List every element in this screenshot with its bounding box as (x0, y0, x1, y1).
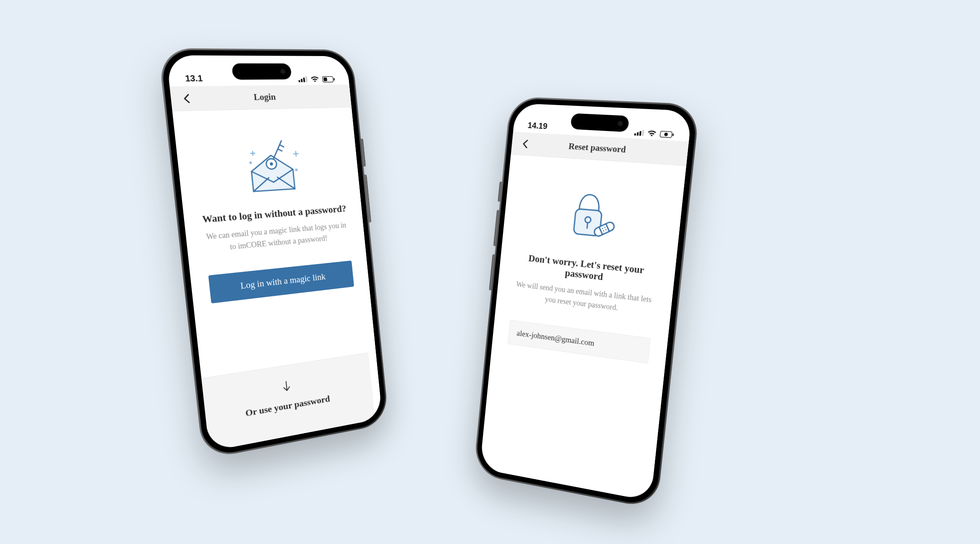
phone-login: 13.1 Login (158, 48, 389, 460)
back-button[interactable] (180, 93, 192, 104)
nav-bar: Login (169, 85, 351, 111)
chevron-left-icon (522, 139, 528, 148)
svg-rect-12 (642, 130, 644, 136)
svg-point-15 (664, 132, 668, 136)
chevron-left-icon (183, 93, 190, 103)
back-button[interactable] (520, 139, 531, 149)
svg-rect-11 (639, 131, 641, 136)
page-title: Reset password (568, 141, 626, 155)
wifi-icon (647, 130, 657, 137)
page-title: Login (253, 92, 276, 103)
phone-reset-password: 14.19 Reset password (473, 96, 700, 509)
svg-rect-9 (634, 133, 636, 136)
battery-icon (660, 131, 675, 138)
svg-rect-14 (672, 133, 674, 136)
cellular-icon (634, 129, 644, 136)
svg-rect-10 (637, 132, 639, 136)
